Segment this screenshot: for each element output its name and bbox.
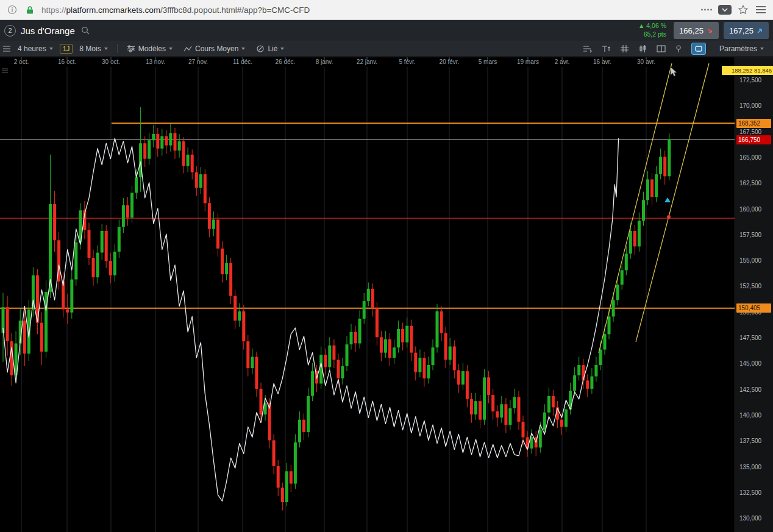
price-change: ▲ 4,06 % 65,2 pts (638, 22, 669, 38)
range-label: 8 Mois (79, 44, 101, 53)
stop-order-marker[interactable] (667, 215, 671, 219)
date-label: 5 févr. (399, 59, 415, 65)
date-label: 2 oct. (14, 59, 29, 65)
axis-price-label: 157,500 (739, 232, 761, 238)
axis-price-label: 145,000 (739, 360, 761, 367)
sliders-icon (127, 45, 135, 52)
chevron-down-icon (280, 48, 284, 50)
url-domain: platform.cmcmarkets.com (66, 5, 161, 15)
grid-and-dates: 2 oct.16 oct.30 oct.13 nov.27 nov.11 déc… (14, 57, 655, 532)
mean-label: Cours Moyen (195, 44, 238, 53)
date-label: 27 nov. (188, 59, 208, 65)
link-circle-icon (256, 44, 265, 53)
axis-price-label: 130,000 (739, 515, 761, 522)
channel-target-tag[interactable]: 188,252 81,846 (722, 66, 773, 75)
sell-arrow-icon (707, 27, 713, 34)
timeframe-label: 4 heures (18, 44, 46, 53)
https-lock-icon[interactable] (24, 4, 36, 16)
trend-channel (599, 63, 709, 353)
page-actions-dots-icon[interactable] (700, 4, 713, 16)
date-label: 2 avr. (555, 59, 569, 65)
sell-price-button[interactable]: 166,25 (674, 22, 719, 39)
toolbar-right-icons: Paramètres (582, 43, 771, 55)
change-arrow-icon: ▲ (638, 22, 644, 29)
linked-dropdown[interactable]: Lié (252, 43, 288, 55)
bookmark-star-icon[interactable] (737, 4, 749, 16)
chart-type-icon[interactable] (638, 44, 647, 53)
date-label: 19 mars (517, 59, 539, 65)
page-info-icon[interactable] (6, 4, 18, 16)
grid-icon[interactable] (620, 44, 629, 53)
change-points: 65,2 pts (638, 30, 666, 39)
linked-label: Lié (268, 44, 277, 53)
date-label: 13 nov. (146, 59, 165, 65)
date-label: 16 avr. (593, 59, 611, 65)
browser-toolbar: https://platform.cmcmarkets.com/3fffbc8d… (0, 0, 773, 20)
trading-app-window: 2 Jus d'Orange ▲ 4,06 % 65,2 pts 166,25 … (0, 20, 773, 532)
buy-order-marker[interactable] (664, 197, 671, 202)
pin-icon[interactable] (675, 44, 682, 53)
date-label: 22 janv. (357, 59, 377, 65)
buy-price-button[interactable]: 167,25 (724, 22, 769, 39)
range-dropdown[interactable]: 8 Mois (75, 43, 112, 55)
address-bar[interactable]: https://platform.cmcmarkets.com/3fffbc8d… (41, 5, 695, 15)
chevron-down-icon (104, 48, 108, 50)
date-label: 20 févr. (440, 59, 460, 65)
axis-price-label: 135,000 (739, 464, 761, 470)
date-label: 16 oct. (58, 59, 76, 65)
axis-price-label: 142,500 (739, 386, 761, 393)
window-number-badge[interactable]: 2 (4, 25, 16, 37)
current-price-tag[interactable]: 166,750 (736, 135, 771, 144)
axis-price-label: 172,500 (739, 77, 761, 83)
instrument-name[interactable]: Jus d'Orange (21, 26, 75, 36)
resistance-tag[interactable]: 168,352 (736, 119, 771, 128)
mouse-cursor-icon (671, 67, 677, 76)
axis-price-label: 160,000 (739, 206, 761, 213)
layers-icon[interactable] (2, 45, 11, 52)
models-label: Modèles (138, 44, 166, 53)
models-dropdown[interactable]: Modèles (123, 43, 177, 55)
chevron-down-icon (760, 48, 764, 50)
average-line-icon (183, 45, 192, 52)
left-panel-toggle-icon[interactable] (1, 67, 9, 74)
search-icon[interactable] (80, 24, 92, 37)
url-path: /3fffbc8d.popout.html#/app?b=CMC-CFD (160, 5, 310, 15)
date-label: 30 oct. (102, 59, 120, 65)
axis-price-label: 167,500 (739, 129, 761, 135)
cursor-tool-icon[interactable] (691, 43, 706, 55)
interval-quick-button[interactable]: 1J (60, 44, 73, 54)
axis-price-label: 152,500 (739, 283, 761, 289)
chevron-down-icon (169, 48, 173, 50)
chevron-down-icon (49, 48, 53, 50)
date-label: 8 janv. (316, 59, 333, 65)
chevron-down-icon (241, 48, 245, 50)
date-label: 26 déc. (276, 59, 296, 65)
axis-price-label: 137,500 (739, 438, 761, 444)
browser-menu-icon[interactable] (755, 4, 767, 16)
axis-price-label: 170,000 (739, 102, 761, 109)
text-size-icon[interactable] (601, 44, 611, 53)
instrument-header: 2 Jus d'Orange ▲ 4,06 % 65,2 pts 166,25 … (0, 20, 773, 41)
order-layers-icon[interactable] (582, 44, 592, 53)
axis-price-label: 147,500 (739, 335, 761, 341)
chart-area[interactable]: 2 oct.16 oct.30 oct.13 nov.27 nov.11 déc… (0, 57, 773, 532)
change-percent: 4,06 % (646, 22, 666, 29)
sell-price: 166,25 (679, 26, 704, 35)
date-label: 11 déc. (233, 59, 252, 65)
axis-price-label: 140,000 (739, 412, 761, 419)
axis-price-label: 155,000 (739, 257, 761, 264)
mean-dropdown[interactable]: Cours Moyen (179, 43, 249, 55)
settings-label: Paramètres (719, 44, 757, 53)
url-scheme: https:// (41, 5, 66, 15)
price-chart[interactable]: 2 oct.16 oct.30 oct.13 nov.27 nov.11 déc… (0, 57, 735, 532)
support-tag[interactable]: 150,405 (736, 303, 771, 313)
date-label: 30 avr. (637, 59, 655, 65)
pocket-icon[interactable] (718, 5, 732, 15)
split-panel-icon[interactable] (657, 44, 666, 53)
overlay-line (3, 138, 619, 502)
order-markers (664, 197, 671, 219)
timeframe-dropdown[interactable]: 4 heures (13, 43, 57, 55)
price-axis[interactable]: 172,500170,000167,500165,000162,500160,0… (735, 57, 773, 532)
settings-dropdown[interactable]: Paramètres (715, 43, 768, 55)
axis-price-label: 162,500 (739, 180, 761, 186)
